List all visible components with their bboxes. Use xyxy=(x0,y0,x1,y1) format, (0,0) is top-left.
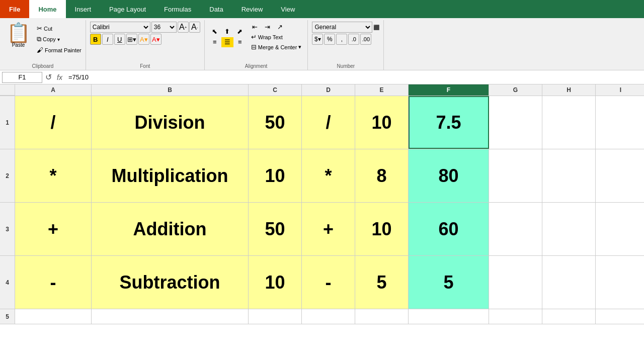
cell-D5[interactable] xyxy=(302,309,355,324)
font-name-select[interactable]: Calibri xyxy=(90,22,150,33)
row-header-1[interactable]: 1 xyxy=(0,96,15,149)
tab-review[interactable]: Review xyxy=(232,0,272,18)
cell-E5[interactable] xyxy=(355,309,409,324)
cell-F3[interactable]: 60 xyxy=(409,203,489,255)
cell-G5[interactable] xyxy=(489,309,542,324)
copy-button[interactable]: ⧉ Copy ▾ xyxy=(35,34,84,44)
cell-E1[interactable]: 10 xyxy=(355,96,409,149)
tab-home[interactable]: Home xyxy=(29,0,65,18)
font-color-button[interactable]: A▾ xyxy=(150,34,162,45)
cell-B5[interactable] xyxy=(92,309,249,324)
cell-D1[interactable]: / xyxy=(302,96,355,149)
format-painter-button[interactable]: 🖌 Format Painter xyxy=(35,45,84,55)
decrease-font-button[interactable]: A- xyxy=(189,22,200,33)
tab-formulas[interactable]: Formulas xyxy=(155,0,200,18)
row-header-5[interactable]: 5 xyxy=(0,309,15,324)
tab-page-layout[interactable]: Page Layout xyxy=(100,0,155,18)
cell-F2[interactable]: 80 xyxy=(409,149,489,202)
cut-button[interactable]: ✂ Cut xyxy=(35,24,84,33)
cell-E2[interactable]: 8 xyxy=(355,149,409,202)
align-top-left-button[interactable]: ⬉ xyxy=(209,27,221,37)
select-all-corner[interactable] xyxy=(0,84,15,96)
row-header-4[interactable]: 4 xyxy=(0,256,15,309)
cell-D2[interactable]: * xyxy=(302,149,355,202)
cell-H4[interactable] xyxy=(542,256,596,309)
col-header-B[interactable]: B xyxy=(92,84,249,96)
cell-C2[interactable]: 10 xyxy=(249,149,302,202)
cell-H1[interactable] xyxy=(542,96,596,149)
align-top-center-button[interactable]: ⬆ xyxy=(221,27,233,37)
align-center-button[interactable]: ☰ xyxy=(221,37,233,47)
cell-G1[interactable] xyxy=(489,96,542,149)
cell-I3[interactable] xyxy=(596,203,644,255)
cell-B2[interactable]: Multiplication xyxy=(92,149,249,202)
cell-G2[interactable] xyxy=(489,149,542,202)
formula-input[interactable] xyxy=(66,72,642,83)
align-top-right-button[interactable]: ⬈ xyxy=(234,27,246,37)
align-left-button[interactable]: ≡ xyxy=(209,37,221,47)
cell-I1[interactable] xyxy=(596,96,644,149)
cell-C3[interactable]: 50 xyxy=(249,203,302,255)
bold-button[interactable]: B xyxy=(90,34,101,45)
cell-I2[interactable] xyxy=(596,149,644,202)
borders-button[interactable]: ⊞▾ xyxy=(126,34,137,45)
cell-A4[interactable]: - xyxy=(15,256,92,309)
col-header-C[interactable]: C xyxy=(249,84,302,96)
increase-font-button[interactable]: A+ xyxy=(178,22,189,33)
cell-A1[interactable]: / xyxy=(15,96,92,149)
comma-button[interactable]: , xyxy=(336,34,347,45)
cell-A5[interactable] xyxy=(15,309,92,324)
col-header-I[interactable]: I xyxy=(596,84,644,96)
currency-button[interactable]: $▾ xyxy=(312,34,323,45)
undo-icon[interactable]: ↺ xyxy=(44,71,53,83)
cell-C1[interactable]: 50 xyxy=(249,96,302,149)
paste-button[interactable]: 📋 Paste xyxy=(4,22,33,49)
tab-data[interactable]: Data xyxy=(200,0,232,18)
orientation-button[interactable]: ↗ xyxy=(274,22,286,32)
cell-E3[interactable]: 10 xyxy=(355,203,409,255)
col-header-G[interactable]: G xyxy=(489,84,542,96)
merge-center-button[interactable]: ⊟ Merge & Center ▾ xyxy=(249,42,304,52)
cell-E4[interactable]: 5 xyxy=(355,256,409,309)
italic-button[interactable]: I xyxy=(102,34,113,45)
tab-file[interactable]: File xyxy=(0,0,29,18)
cell-D3[interactable]: + xyxy=(302,203,355,255)
row-header-2[interactable]: 2 xyxy=(0,149,15,202)
col-header-E[interactable]: E xyxy=(355,84,409,96)
cell-F1[interactable]: 7.5 xyxy=(409,96,489,149)
decrease-indent-button[interactable]: ⇤ xyxy=(249,22,261,32)
cell-B4[interactable]: Subtraction xyxy=(92,256,249,309)
cell-H2[interactable] xyxy=(542,149,596,202)
cell-I4[interactable] xyxy=(596,256,644,309)
cell-D4[interactable]: - xyxy=(302,256,355,309)
align-right-button[interactable]: ≡ xyxy=(234,37,246,47)
cell-I5[interactable] xyxy=(596,309,644,324)
increase-decimal-button[interactable]: .00 xyxy=(360,34,371,45)
col-header-D[interactable]: D xyxy=(302,84,355,96)
tab-insert[interactable]: Insert xyxy=(66,0,101,18)
font-size-select[interactable]: 36 xyxy=(151,22,177,33)
percent-button[interactable]: % xyxy=(324,34,335,45)
fill-color-button[interactable]: A▾ xyxy=(138,34,149,45)
cell-B1[interactable]: Division xyxy=(92,96,249,149)
cell-B3[interactable]: Addition xyxy=(92,203,249,255)
cell-G4[interactable] xyxy=(489,256,542,309)
cell-A3[interactable]: + xyxy=(15,203,92,255)
col-header-A[interactable]: A xyxy=(15,84,92,96)
cell-F4[interactable]: 5 xyxy=(409,256,489,309)
decrease-decimal-button[interactable]: .0 xyxy=(348,34,359,45)
col-header-F[interactable]: F xyxy=(409,84,489,96)
underline-button[interactable]: U xyxy=(114,34,125,45)
number-format-select[interactable]: General xyxy=(312,22,372,33)
cell-H3[interactable] xyxy=(542,203,596,255)
cell-C4[interactable]: 10 xyxy=(249,256,302,309)
cell-C5[interactable] xyxy=(249,309,302,324)
tab-view[interactable]: View xyxy=(272,0,304,18)
increase-indent-button[interactable]: ⇥ xyxy=(262,22,274,32)
cell-H5[interactable] xyxy=(542,309,596,324)
cell-F5[interactable] xyxy=(409,309,489,324)
cell-A2[interactable]: * xyxy=(15,149,92,202)
col-header-H[interactable]: H xyxy=(542,84,596,96)
wrap-text-button[interactable]: ↵ Wrap Text xyxy=(249,32,304,42)
row-header-3[interactable]: 3 xyxy=(0,203,15,255)
